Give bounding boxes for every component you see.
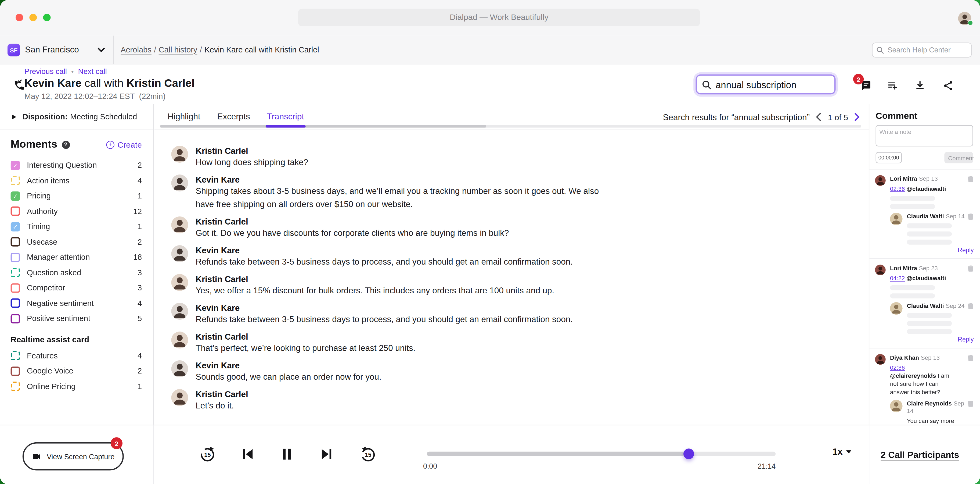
moment-row[interactable]: Pricing 1 bbox=[11, 188, 142, 204]
minimize-window-button[interactable] bbox=[29, 14, 37, 21]
main-panel: Highlight Excerpts Transcript Search res… bbox=[154, 104, 869, 425]
view-screen-capture-button[interactable]: View Screen Capture bbox=[22, 442, 124, 471]
moment-checkbox[interactable] bbox=[11, 206, 20, 216]
moment-checkbox[interactable] bbox=[11, 161, 20, 170]
comment-thread: Lori MitraSep 13 02:36 @claudiawalti Cla… bbox=[869, 169, 980, 259]
moment-checkbox[interactable] bbox=[11, 176, 20, 185]
redacted-text-bar bbox=[907, 321, 952, 326]
close-window-button[interactable] bbox=[16, 14, 23, 21]
phone-incoming-icon bbox=[13, 79, 26, 91]
progress-bar[interactable] bbox=[427, 452, 776, 456]
moment-checkbox[interactable] bbox=[11, 283, 20, 292]
create-moment-button[interactable]: + Create bbox=[106, 140, 142, 149]
comment-timestamp-input[interactable] bbox=[875, 152, 902, 163]
transcript-entry: Kevin KareRefunds take between 3-5 busin… bbox=[171, 245, 869, 268]
help-icon[interactable]: ? bbox=[62, 141, 70, 149]
moment-row[interactable]: Competitor 3 bbox=[11, 280, 142, 296]
moment-checkbox[interactable] bbox=[11, 299, 20, 308]
person-icon bbox=[171, 389, 188, 406]
download-button[interactable] bbox=[915, 80, 926, 91]
help-search[interactable] bbox=[872, 43, 972, 58]
moments-title: Moments bbox=[11, 138, 57, 151]
comment-note-input[interactable] bbox=[875, 125, 973, 146]
skip-previous-button[interactable] bbox=[239, 446, 256, 462]
moment-row[interactable]: Timing 1 bbox=[11, 219, 142, 234]
previous-result-button[interactable] bbox=[816, 113, 821, 121]
zoom-window-button[interactable] bbox=[43, 14, 51, 21]
person-icon bbox=[890, 302, 903, 315]
moment-checkbox[interactable] bbox=[11, 314, 20, 323]
add-to-playlist-button[interactable] bbox=[887, 80, 898, 91]
transcript-search[interactable] bbox=[695, 75, 835, 94]
moment-checkbox[interactable] bbox=[11, 191, 20, 201]
avatar bbox=[875, 175, 886, 186]
call-title-connector: call with bbox=[81, 77, 126, 89]
moment-checkbox[interactable] bbox=[11, 252, 20, 262]
realtime-row[interactable]: Features 4 bbox=[11, 348, 142, 364]
skip-next-button[interactable] bbox=[319, 446, 335, 462]
next-call-link[interactable]: Next call bbox=[78, 67, 107, 76]
trash-icon[interactable] bbox=[967, 302, 974, 310]
forward-15-button[interactable]: 15 bbox=[199, 445, 216, 463]
transcript-search-input[interactable] bbox=[714, 77, 832, 92]
realtime-checkbox[interactable] bbox=[11, 366, 20, 376]
progress-thumb[interactable] bbox=[683, 449, 694, 459]
moment-row[interactable]: Usecase 2 bbox=[11, 234, 142, 249]
previous-call-link[interactable]: Previous call bbox=[24, 67, 67, 76]
speaker-name: Kevin Kare bbox=[196, 360, 381, 371]
realtime-count: 1 bbox=[138, 382, 142, 391]
reply-link[interactable]: Reply bbox=[958, 247, 974, 254]
moment-row[interactable]: Interesting Question 2 bbox=[11, 158, 142, 173]
realtime-checkbox[interactable] bbox=[11, 351, 20, 361]
next-result-button[interactable] bbox=[854, 113, 860, 121]
moment-row[interactable]: Authority 12 bbox=[11, 204, 142, 219]
moment-checkbox[interactable] bbox=[11, 237, 20, 247]
tab-transcript[interactable]: Transcript bbox=[267, 104, 304, 129]
avatar bbox=[171, 360, 188, 377]
replay-15-button[interactable]: 15 bbox=[360, 445, 377, 463]
trash-icon[interactable] bbox=[967, 265, 974, 272]
trash-icon[interactable] bbox=[967, 354, 974, 362]
mention[interactable]: @clairereynolds bbox=[890, 372, 936, 379]
realtime-checkbox[interactable] bbox=[11, 382, 20, 391]
help-search-input[interactable] bbox=[886, 44, 967, 56]
realtime-row[interactable]: Google Voice 2 bbox=[11, 364, 142, 379]
avatar bbox=[875, 265, 886, 275]
moment-row[interactable]: Action items 4 bbox=[11, 173, 142, 188]
share-button[interactable] bbox=[942, 80, 954, 91]
timestamp-link[interactable]: 02:36 bbox=[890, 364, 905, 371]
utterance-text: Refunds take between 3-5 business days t… bbox=[196, 256, 573, 268]
reply-link[interactable]: Reply bbox=[958, 336, 974, 343]
office-switcher[interactable]: SF San Francisco bbox=[0, 36, 114, 64]
avatar bbox=[171, 245, 188, 262]
tab-excerpts[interactable]: Excerpts bbox=[217, 104, 250, 129]
comment-submit-button[interactable]: Comment bbox=[944, 152, 973, 163]
moment-checkbox[interactable] bbox=[11, 268, 20, 277]
realtime-count: 4 bbox=[138, 351, 142, 360]
mention[interactable]: @claudiawalti bbox=[907, 185, 946, 192]
playback-speed-selector[interactable]: 1x bbox=[832, 447, 851, 457]
moment-row[interactable]: Question asked 3 bbox=[11, 265, 142, 280]
realtime-row[interactable]: Online Pricing 1 bbox=[11, 379, 142, 394]
pause-button[interactable] bbox=[279, 446, 295, 462]
trash-icon[interactable] bbox=[967, 400, 974, 407]
transcript-entry: Kristin CarlelHow long does shipping tak… bbox=[171, 146, 869, 169]
mention[interactable]: @claudiawalti bbox=[907, 275, 946, 281]
breadcrumb-link-aerolabs[interactable]: Aerolabs bbox=[121, 46, 151, 54]
moment-row[interactable]: Manager attention 18 bbox=[11, 249, 142, 265]
trash-icon[interactable] bbox=[967, 213, 974, 220]
replay-15-icon: 15 bbox=[360, 445, 377, 463]
timestamp-link[interactable]: 04:22 bbox=[890, 275, 905, 281]
moment-row[interactable]: Positive sentiment 5 bbox=[11, 311, 142, 326]
timestamp-link[interactable]: 02:36 bbox=[890, 185, 905, 192]
transcript-entry: Kristin CarlelLet’s do it. bbox=[171, 389, 869, 412]
breadcrumb-link-call-history[interactable]: Call history bbox=[159, 46, 197, 54]
tabs-row: Highlight Excerpts Transcript Search res… bbox=[154, 104, 869, 130]
call-participants-link[interactable]: 2 Call Participants bbox=[881, 450, 959, 460]
tab-highlight[interactable]: Highlight bbox=[168, 104, 200, 129]
content: Disposition: Meeting Scheduled Moments ?… bbox=[0, 104, 980, 425]
disposition-row[interactable]: Disposition: Meeting Scheduled bbox=[0, 104, 153, 130]
moment-checkbox[interactable] bbox=[11, 222, 20, 231]
moment-row[interactable]: Negative sentiment 4 bbox=[11, 296, 142, 311]
trash-icon[interactable] bbox=[967, 175, 974, 182]
